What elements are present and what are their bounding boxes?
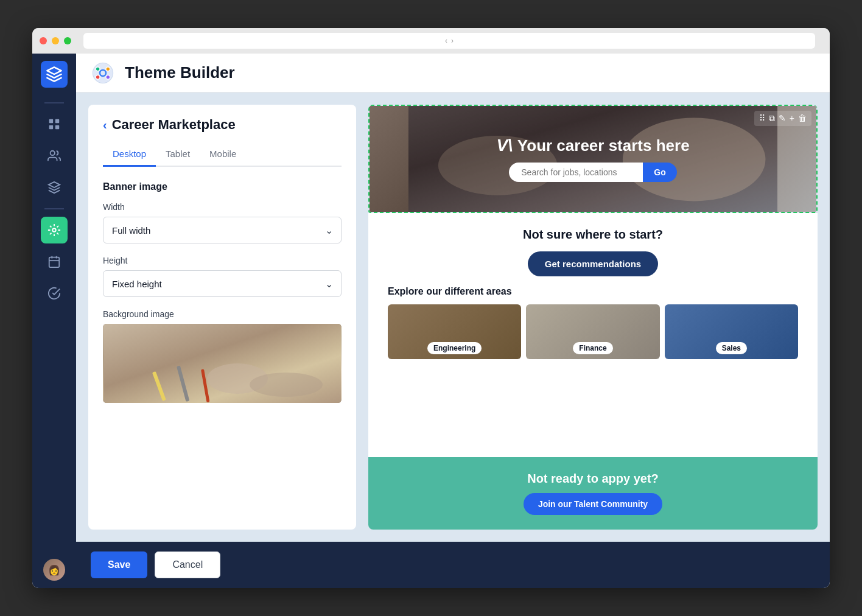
bg-image-thumbnail: [103, 324, 342, 403]
bg-image-svg: [103, 324, 342, 403]
footer-button[interactable]: Join our Talent Community: [524, 493, 662, 515]
width-select[interactable]: Full width Contained Custom: [103, 217, 342, 243]
explore-cards: Engineering Finance: [388, 304, 798, 359]
users-icon: [47, 149, 61, 163]
logo-icon: [46, 66, 63, 83]
main-content: Theme Builder ‹ Career Marketplace Deskt…: [76, 54, 830, 588]
grid-icon: [47, 117, 61, 131]
explore-section: Explore our different areas Engineering: [383, 286, 803, 359]
height-select-wrapper: Fixed height Auto Custom ⌄: [103, 270, 342, 297]
engineering-label: Engineering: [427, 342, 482, 354]
svg-rect-1: [55, 119, 59, 123]
svg-point-11: [93, 63, 113, 83]
svg-point-4: [51, 151, 55, 155]
browser-titlebar: ‹ ›: [32, 28, 830, 54]
sidebar-item-check[interactable]: [41, 280, 68, 307]
svg-point-23: [250, 373, 323, 397]
explore-card-engineering: Engineering: [388, 304, 521, 359]
user-avatar[interactable]: 👩: [43, 559, 65, 581]
svg-point-16: [106, 75, 110, 79]
banner-search-input[interactable]: [509, 163, 643, 182]
nav-forward-icon[interactable]: ›: [451, 37, 454, 45]
nav-back-icon[interactable]: ‹: [445, 37, 447, 45]
bg-image-preview[interactable]: [103, 324, 342, 403]
banner-heading-text: Your career starts here: [517, 136, 690, 155]
sidebar-item-layers[interactable]: [41, 174, 68, 201]
cta-button[interactable]: Get recommendations: [528, 251, 658, 276]
panel-header: ‹ Career Marketplace Desktop Tablet Mobi…: [88, 105, 356, 167]
app-header-title: Theme Builder: [125, 63, 235, 82]
tab-desktop[interactable]: Desktop: [103, 142, 156, 167]
engineering-card-bg: Engineering: [388, 304, 521, 359]
banner-heading: V\ Your career starts here: [496, 136, 689, 155]
save-button[interactable]: Save: [91, 551, 147, 578]
explore-card-finance: Finance: [526, 304, 659, 359]
sidebar-item-grid[interactable]: [41, 111, 68, 138]
brand-v-logo: V\: [496, 136, 512, 155]
svg-point-15: [96, 75, 100, 79]
cta-title: Not sure where to start?: [523, 228, 663, 242]
left-panel: ‹ Career Marketplace Desktop Tablet Mobi…: [88, 105, 356, 530]
calendar-icon: [47, 255, 61, 268]
panel-body: Banner image Width Full width Contained …: [88, 167, 356, 530]
app-header-icon: [91, 61, 115, 85]
svg-rect-0: [49, 119, 53, 123]
workspace: ‹ Career Marketplace Desktop Tablet Mobi…: [76, 93, 830, 542]
add-icon[interactable]: +: [790, 113, 794, 124]
sidebar-divider-top: [44, 102, 64, 103]
layers-icon: [47, 181, 61, 194]
finance-card-bg: Finance: [526, 304, 659, 359]
copy-icon[interactable]: ⧉: [769, 113, 775, 124]
back-nav[interactable]: ‹ Career Marketplace: [103, 117, 342, 133]
delete-icon[interactable]: 🗑: [798, 113, 807, 124]
avatar-image: 👩: [43, 559, 65, 581]
cancel-button[interactable]: Cancel: [155, 551, 220, 578]
sales-card-bg: Sales: [665, 304, 798, 359]
sidebar-item-calendar[interactable]: [41, 248, 68, 275]
sidebar-item-users[interactable]: [41, 142, 68, 169]
edit-icon[interactable]: ✎: [779, 113, 786, 124]
maximize-dot[interactable]: [64, 37, 71, 44]
sidebar-divider-mid: [44, 208, 64, 209]
sales-label: Sales: [716, 342, 747, 354]
height-label: Height: [103, 256, 342, 265]
sidebar-item-theme[interactable]: [41, 217, 68, 243]
back-arrow-icon[interactable]: ‹: [103, 118, 107, 132]
tab-mobile[interactable]: Mobile: [200, 142, 246, 167]
preview-footer-section: Not ready to appy yet? Join our Talent C…: [368, 457, 818, 530]
svg-marker-5: [49, 182, 60, 187]
height-select[interactable]: Fixed height Auto Custom: [103, 270, 342, 297]
close-dot[interactable]: [40, 37, 47, 44]
sidebar: 👩: [32, 54, 76, 588]
move-icon[interactable]: ⠿: [759, 113, 765, 124]
address-bar[interactable]: ‹ ›: [83, 33, 815, 49]
theme-icon: [47, 223, 61, 237]
width-label: Width: [103, 202, 342, 212]
finance-label: Finance: [573, 342, 612, 354]
preview-banner: V\ Your career starts here Go ⠿ ⧉ ✎: [368, 105, 818, 213]
preview-body: Not sure where to start? Get recommendat…: [368, 213, 818, 457]
theme-builder-icon: [91, 61, 115, 85]
bottom-bar: Save Cancel: [76, 542, 830, 588]
bg-image-label: Background image: [103, 309, 342, 319]
tab-tablet[interactable]: Tablet: [156, 142, 200, 167]
svg-point-13: [96, 67, 100, 71]
svg-rect-2: [49, 125, 53, 129]
check-circle-icon: [47, 287, 61, 300]
right-panel: V\ Your career starts here Go ⠿ ⧉ ✎: [368, 105, 818, 530]
svg-point-14: [106, 67, 110, 71]
svg-rect-7: [49, 257, 60, 268]
app-header: Theme Builder: [76, 54, 830, 93]
svg-point-6: [52, 228, 56, 232]
explore-card-sales: Sales: [665, 304, 798, 359]
minimize-dot[interactable]: [52, 37, 59, 44]
width-select-wrapper: Full width Contained Custom ⌄: [103, 217, 342, 243]
banner-toolbar: ⠿ ⧉ ✎ + 🗑: [754, 111, 811, 126]
banner-search-button[interactable]: Go: [643, 163, 676, 182]
explore-title: Explore our different areas: [388, 286, 798, 297]
sidebar-logo[interactable]: [41, 61, 68, 88]
banner-content: V\ Your career starts here Go: [370, 106, 816, 212]
footer-title: Not ready to appy yet?: [527, 472, 659, 486]
tabs-bar: Desktop Tablet Mobile: [103, 142, 342, 167]
panel-title: Career Marketplace: [112, 117, 236, 133]
